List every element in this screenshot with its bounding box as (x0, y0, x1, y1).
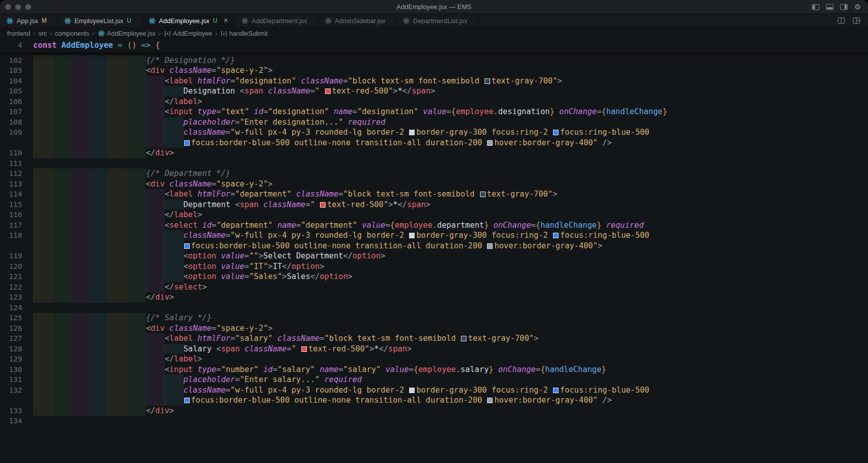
indent-guide (52, 333, 70, 344)
editor-layout-icon[interactable] (852, 17, 860, 25)
code-token: id (254, 107, 264, 116)
indent-guide (52, 354, 70, 364)
breadcrumb-item-addemployee[interactable]: AddEmployee (164, 30, 212, 37)
tailwind-color-swatch (480, 192, 486, 197)
code-token: className (263, 200, 305, 209)
indent-guide (108, 200, 127, 210)
indent-guide (127, 179, 146, 190)
code-token: employee (395, 221, 433, 230)
breadcrumb-item-addemployee-jsx[interactable]: AddEmployee.jsx (98, 30, 156, 37)
close-window-button[interactable] (5, 4, 11, 10)
tab-departmentlist-jsx[interactable]: DepartmentList.jsx (397, 14, 479, 27)
code-token (165, 324, 169, 333)
indent-guide (146, 333, 165, 344)
breadcrumb-separator: › (50, 30, 52, 37)
indent-guide (71, 271, 90, 282)
code-token: span (221, 344, 240, 353)
minimize-window-button[interactable] (15, 4, 21, 10)
code-token: className (268, 86, 310, 96)
indent-guide (127, 76, 146, 86)
indent-guide (33, 210, 52, 220)
code-token: "department" (301, 221, 357, 230)
code-token: > (407, 344, 412, 353)
indent-guide (71, 76, 90, 86)
indent-guide (108, 354, 127, 364)
code-line-132: 132className="w-full px-4 py-3 rounded-l… (0, 385, 868, 396)
tailwind-color-swatch (320, 202, 326, 208)
tab-adminsidebar-jsx[interactable]: AdminSidebar.jsx (319, 14, 397, 27)
react-file-icon (148, 17, 156, 25)
tab-employeelist-jsx[interactable]: EmployeeList.jsxU (58, 14, 142, 27)
customize-layout-icon[interactable]: ⚙ (853, 3, 862, 11)
code-token: "Enter salary..." (240, 375, 320, 384)
code-token: = (212, 324, 216, 333)
line-number: 126 (0, 323, 22, 334)
indent-guide (90, 138, 108, 148)
indent-guide (52, 168, 70, 179)
indent-guide (90, 189, 108, 200)
indent-guide (127, 241, 146, 251)
indent-guide (33, 406, 52, 416)
editor[interactable]: 4const AddEmployee = () => { 102{/* Desi… (0, 39, 868, 426)
breadcrumb-separator: › (159, 30, 161, 37)
indent-guide (127, 271, 146, 282)
code-token: . (494, 107, 498, 116)
code-token: </ (165, 210, 174, 219)
code-token: select (174, 283, 202, 292)
code-token (113, 41, 118, 50)
close-tab-icon[interactable]: × (222, 17, 230, 25)
code-token: "block text-sm font-semibold (348, 76, 484, 85)
tab-addemployee-jsx[interactable]: AddEmployee.jsxU× (142, 14, 235, 27)
code-token (381, 365, 385, 374)
tab-adddepartment-jsx[interactable]: AddDepartment.jsx (235, 14, 319, 27)
breadcrumb-item-handlesubmit[interactable]: handleSubmit (220, 30, 268, 37)
code-token: focus:ring-blue-500 (560, 231, 649, 240)
code-token: </ (165, 283, 174, 292)
code-token: " (310, 200, 320, 209)
indent-guide (52, 395, 70, 406)
indent-guide (33, 292, 52, 303)
code-token: value (221, 262, 245, 271)
code-token: border-gray-300 focus:ring-2 (416, 128, 553, 137)
indent-guide (146, 138, 165, 148)
layout-sidebar-right-icon[interactable] (839, 3, 848, 11)
indent-guide (127, 292, 146, 303)
code-token: = (339, 190, 343, 199)
indent-guide (90, 385, 108, 396)
indent-guide (33, 220, 52, 231)
code-token: = (339, 365, 343, 374)
indent-guide (52, 107, 70, 117)
code-token: * (374, 344, 379, 353)
indent-guide (33, 148, 52, 158)
indent-guide (33, 230, 52, 241)
zoom-window-button[interactable] (25, 4, 31, 10)
code-token: </ (282, 262, 292, 271)
indent-guide (108, 97, 127, 107)
code-lines[interactable]: 102{/* Designation */}103<div className=… (0, 52, 868, 426)
code-token: className (245, 344, 287, 353)
code-token: > (369, 344, 374, 353)
indent-guide (146, 200, 165, 210)
indent-guide (127, 282, 146, 293)
breadcrumb-item-frontend[interactable]: frontend (7, 30, 30, 37)
layout-sidebar-left-icon[interactable] (811, 3, 820, 11)
breadcrumb-label: frontend (7, 30, 30, 37)
indent-guide (52, 282, 70, 293)
code-token: required (324, 375, 362, 384)
code-token: option (291, 262, 320, 271)
tab-app-jsx[interactable]: App.jsxM (0, 14, 58, 27)
indent-guide (127, 117, 146, 128)
layout-panel-icon[interactable] (825, 3, 834, 11)
indent-guide (52, 86, 70, 97)
code-token: hover:border-gray-400" (494, 241, 597, 250)
code-token: text-gray-700" (492, 76, 558, 85)
breadcrumb-item-components[interactable]: components (55, 30, 89, 37)
code-token: const (33, 41, 57, 50)
code-token (343, 118, 348, 127)
indent-guide (71, 220, 90, 231)
breadcrumb-item-src[interactable]: src (38, 30, 47, 37)
split-editor-icon[interactable] (837, 17, 845, 25)
sticky-scroll-line[interactable]: 4const AddEmployee = () => { (0, 39, 868, 52)
code-token: value (385, 365, 409, 374)
code-token: </ (146, 406, 155, 415)
